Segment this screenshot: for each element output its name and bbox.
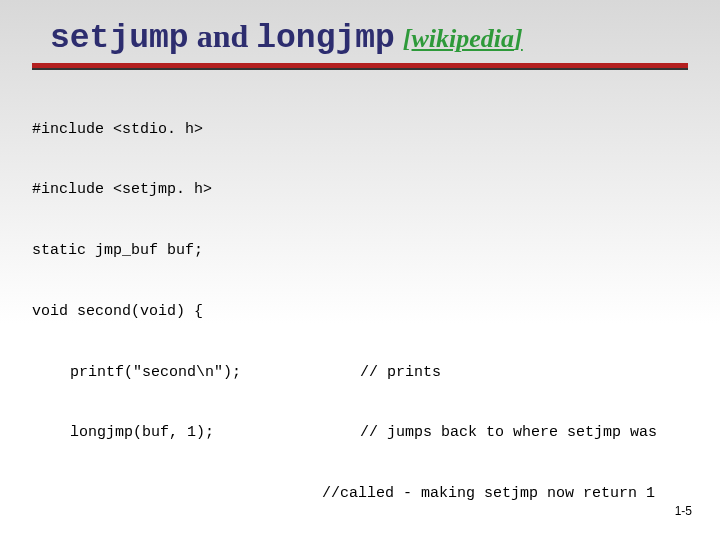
code-comment: //called - making setjmp now return 1: [322, 484, 688, 504]
title-and: and: [189, 18, 257, 54]
code-line: //called - making setjmp now return 1: [32, 484, 688, 504]
code-left: printf("second\n");: [32, 363, 360, 383]
page-number: 1-5: [675, 504, 692, 518]
title-code-2: longjmp: [256, 20, 395, 57]
slide: setjump and longjmp [wikipedia] #include…: [0, 0, 720, 540]
title-lbracket: [: [403, 24, 412, 53]
wikipedia-link[interactable]: wikipedia: [412, 24, 515, 53]
code-line: void second(void) {: [32, 302, 688, 322]
code-left: [32, 484, 322, 504]
code-line: #include <setjmp. h>: [32, 180, 688, 200]
title-code-1: setjump: [50, 20, 189, 57]
code-line: #include <stdio. h>: [32, 120, 688, 140]
code-comment: // jumps back to where setjmp was: [360, 423, 688, 443]
code-line: printf("second\n");// prints: [32, 363, 688, 383]
rule-shadow: [32, 68, 688, 70]
title-space: [395, 18, 403, 54]
title-underline: [32, 63, 688, 71]
code-left: longjmp(buf, 1);: [32, 423, 360, 443]
title-rbracket: ]: [514, 24, 523, 53]
code-block: #include <stdio. h> #include <setjmp. h>…: [32, 79, 688, 540]
code-line: longjmp(buf, 1);// jumps back to where s…: [32, 423, 688, 443]
code-comment: // prints: [360, 363, 688, 383]
slide-title: setjump and longjmp [wikipedia]: [50, 18, 688, 57]
code-line: static jmp_buf buf;: [32, 241, 688, 261]
